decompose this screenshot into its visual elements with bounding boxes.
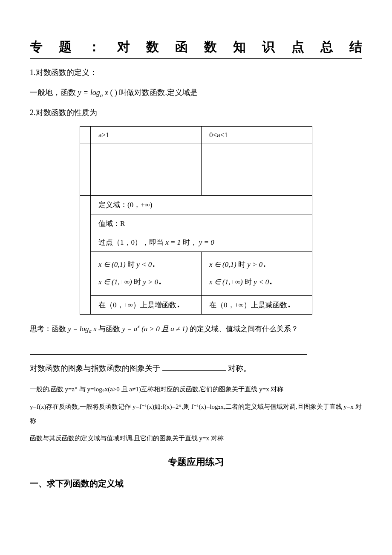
- sym-a: 对数函数的图象与指数函数的图象关于: [30, 364, 160, 373]
- side-cell: [80, 144, 91, 196]
- fill-blank: [162, 363, 226, 371]
- side-cell: [80, 196, 91, 315]
- answer-blank-line: [30, 346, 307, 355]
- table-row: 定义域：(0，+∞): [80, 196, 312, 214]
- math-x1inf: x ∈ (1,+∞): [209, 278, 243, 286]
- table-row: 过点（1，0），即当 x = 1 时， y = 0: [80, 233, 312, 252]
- math-ylt0: y < 0: [136, 260, 152, 269]
- think-b: 与函数: [98, 325, 122, 333]
- inc-sign-cell: x ∈ (0,1) 时 y < 0▪ x ∈ (1,+∞) 时 y > 0▪: [91, 252, 202, 296]
- header-a-lt-1: 0<a<1: [202, 127, 312, 144]
- math-x1: x = 1: [165, 238, 181, 246]
- math-x1inf: x ∈ (1,+∞): [98, 278, 132, 286]
- symmetry-line: 对数函数的图象与指数函数的图象关于 对称。: [30, 362, 362, 375]
- exercise-heading: 专题应用练习: [30, 456, 362, 468]
- math-ylt0: y < 0: [254, 278, 269, 286]
- dot-icon: ▪: [158, 280, 161, 286]
- table-row: [80, 144, 312, 196]
- think-c: 的定义域、值域之间有什么关系？: [190, 325, 298, 333]
- fixed-point-cell: 过点（1，0），即当 x = 1 时， y = 0: [91, 233, 312, 252]
- dot-icon: ▪: [176, 304, 179, 309]
- properties-table: a>1 0<a<1 定义域：(0，+∞) 值域：R 过点（1，0），即当 x =…: [80, 126, 312, 315]
- txt: 时: [243, 278, 254, 286]
- table-row: x ∈ (0,1) 时 y < 0▪ x ∈ (1,+∞) 时 y > 0▪ x…: [80, 252, 312, 296]
- dot-icon: ▪: [269, 280, 272, 286]
- def-text-a: 一般地，函数: [30, 88, 78, 97]
- table-row: 值域：R: [80, 214, 312, 233]
- domain-cell: 定义域：(0，+∞): [91, 196, 312, 214]
- note-1: 一般的,函数 y=aˣ 与 y=logₐx(a>0 且 a≠1)互称相对应的反函…: [30, 382, 362, 396]
- dec-text: 在（0，+∞）上是减函数: [209, 301, 287, 309]
- note-3: 函数与其反函数的定义域与值域对调,且它们的图象关于直线 y=x 对称: [30, 431, 362, 445]
- dot-icon: ▪: [152, 263, 155, 269]
- dec-sign-cell: x ∈ (0,1) 时 y > 0▪ x ∈ (1,+∞) 时 y < 0▪: [202, 252, 312, 296]
- increasing-cell: 在（0，+∞）上是增函数▪: [91, 295, 202, 314]
- page-title: 专题：对数函数知识点总结: [30, 38, 362, 59]
- properties-heading: 2.对数函数的性质为: [30, 107, 362, 119]
- range-cell: 值域：R: [91, 214, 312, 233]
- def-text-b: ( ) 叫做对数函数.定义域是: [110, 88, 198, 97]
- sym-b: 对称。: [228, 364, 251, 373]
- side-cell: [80, 127, 91, 144]
- header-a-gt-1: a>1: [91, 127, 202, 144]
- point-text-b: 时，: [183, 238, 197, 246]
- section-1-heading: 一、求下列函数的定义域: [30, 478, 362, 489]
- math-x01: x ∈ (0,1): [98, 260, 126, 269]
- think-a: 思考：函数: [30, 325, 68, 333]
- table-row: 在（0，+∞）上是增函数▪ 在（0，+∞）上是减函数▪: [80, 295, 312, 314]
- math-ygt0: y > 0: [143, 278, 158, 286]
- graph-cell-right: [202, 144, 312, 196]
- definition-heading: 1.对数函数的定义：: [30, 66, 362, 79]
- decreasing-cell: 在（0，+∞）上是减函数▪: [202, 295, 312, 314]
- table-row: a>1 0<a<1: [80, 127, 312, 144]
- math-x01: x ∈ (0,1): [209, 260, 236, 269]
- dot-icon: ▪: [262, 263, 265, 269]
- document-page: 专题：对数函数知识点总结 1.对数函数的定义： 一般地，函数 y = loga …: [0, 0, 392, 555]
- think-line: 思考：函数 y = loga x 与函数 y = ax (a > 0 且 a ≠…: [30, 323, 362, 335]
- inc-text: 在（0，+∞）上是增函数: [98, 301, 176, 309]
- dot-icon: ▪: [287, 304, 290, 309]
- math-yax: y = ax: [122, 325, 140, 333]
- note-2: y=f(x)存在反函数,一般将反函数记作 y=f⁻¹(x)如:f(x)=2ˣ,则…: [30, 400, 362, 428]
- math-ylogax: y = loga x: [78, 88, 108, 97]
- math-ylogax: y = loga x: [68, 325, 96, 333]
- math-cond: (a > 0 且 a ≠ 1): [141, 325, 188, 333]
- point-text-a: 过点（1，0），即当: [98, 238, 165, 246]
- txt: 时: [132, 278, 143, 286]
- math-y0: y = 0: [199, 238, 214, 246]
- graph-cell-left: [91, 144, 202, 196]
- definition-body: 一般地，函数 y = loga x ( ) 叫做对数函数.定义域是: [30, 87, 362, 99]
- txt: 时: [126, 260, 137, 269]
- math-ygt0: y > 0: [247, 260, 262, 269]
- txt: 时: [236, 260, 248, 269]
